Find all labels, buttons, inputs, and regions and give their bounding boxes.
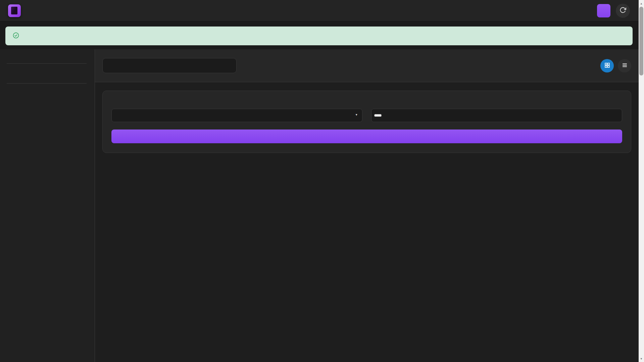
categories-heading bbox=[7, 59, 87, 64]
scroll-up-arrow-icon[interactable]: ▲ bbox=[639, 1, 644, 6]
check-circle-icon bbox=[13, 32, 19, 40]
list-view-icon bbox=[622, 62, 628, 69]
upload-submit-button[interactable] bbox=[111, 130, 622, 143]
upload-panel: ▾ bbox=[102, 91, 631, 153]
app-header bbox=[0, 0, 644, 21]
refresh-icon bbox=[620, 7, 626, 14]
app-logo-icon bbox=[8, 4, 21, 17]
toolbar bbox=[95, 49, 639, 82]
app-title bbox=[26, 6, 29, 15]
grid-view-button[interactable] bbox=[600, 59, 614, 72]
search-input[interactable] bbox=[102, 58, 237, 73]
refresh-library-button[interactable] bbox=[616, 4, 630, 18]
page-scrollbar[interactable]: ▲ ▼ bbox=[639, 0, 644, 362]
sidebar bbox=[0, 49, 95, 362]
category-select[interactable] bbox=[111, 109, 362, 122]
grid-view-icon bbox=[604, 62, 610, 69]
scroll-down-arrow-icon[interactable]: ▼ bbox=[639, 356, 644, 361]
file-input[interactable] bbox=[371, 109, 622, 122]
brand bbox=[8, 4, 29, 17]
choose-files-button[interactable] bbox=[374, 114, 382, 117]
list-view-button[interactable] bbox=[618, 59, 631, 72]
main-content: ▾ bbox=[95, 49, 639, 362]
success-banner bbox=[5, 27, 633, 45]
back-to-editor-button[interactable] bbox=[597, 4, 610, 17]
scrollbar-thumb[interactable] bbox=[639, 7, 643, 75]
statistics-heading bbox=[7, 79, 87, 84]
library-panel: ▾ bbox=[95, 82, 639, 362]
